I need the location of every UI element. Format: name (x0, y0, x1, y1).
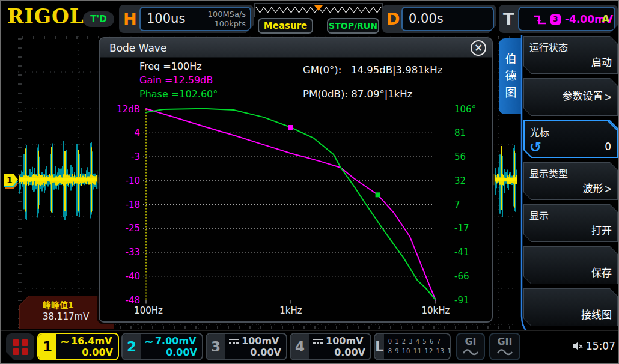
ac-coupling-icon: ~ (60, 337, 70, 345)
svg-text:10kHz: 10kHz (422, 305, 450, 316)
menu-item-run-state[interactable]: 运行状态 启动 (523, 36, 618, 74)
menu-grid-icon (13, 339, 19, 346)
main-menu-button[interactable] (6, 333, 34, 360)
channel-2-values: ~7.00mV 0.00V (141, 334, 202, 359)
generator-2-label: GII (497, 336, 512, 347)
menu-item-label: 显示类型 (529, 166, 568, 180)
delay-inner: 0.00s (401, 7, 494, 31)
channel-3-values: 100mV 0.00V (225, 334, 286, 359)
svg-text:-10: -10 (126, 175, 141, 186)
channel-4-offset: 0.00V (334, 347, 365, 358)
trigger-block[interactable]: T 3 -4.00mV A (499, 5, 618, 33)
menu-item-body: 光标 ↺ 0 (525, 121, 617, 157)
logic-row-1: 0 1 2 3 4 5 6 7 (388, 337, 451, 347)
overview-zigzag (255, 4, 382, 17)
bode-plot: 12dB106°481-356-1032-187-25-17-33-41-40-… (100, 38, 492, 321)
tab-bode-plot[interactable]: 伯德图 (499, 38, 522, 114)
menu-item-cursor[interactable]: 光标 ↺ 0 (523, 120, 618, 158)
svg-text:1: 1 (7, 175, 13, 185)
menu-item-save[interactable]: 保存 (523, 246, 618, 284)
svg-text:-91: -91 (454, 295, 469, 306)
channel-1-number: 1 (38, 334, 56, 359)
svg-text:-3: -3 (131, 151, 140, 162)
sine-wave-icon (496, 347, 513, 356)
channel-1-offset: 0.00V (82, 347, 113, 358)
trigger-source-badge: 3 (550, 14, 561, 25)
svg-text:-40: -40 (126, 271, 141, 282)
logic-row-2: 8 9 10 11 12 13 14 15 (388, 347, 451, 356)
channel-2-offset: 0.00V (166, 347, 197, 358)
menu-item-value: 波形 (582, 180, 603, 195)
clock-time: 15:07 (586, 340, 615, 352)
knob-rotate-icon[interactable]: ↺ (529, 139, 541, 156)
channel-3-indicator[interactable]: 3 100mV 0.00V (206, 333, 287, 360)
channel-2-indicator[interactable]: 2 ~7.00mV 0.00V (121, 333, 203, 360)
measure-button[interactable]: Measure (258, 18, 313, 34)
channel-1-values: ~16.4mV 0.00V (56, 334, 118, 359)
svg-text:-41: -41 (454, 247, 469, 258)
horizontal-system-block[interactable]: H 100us 100MSa/s 100kpts (119, 5, 254, 33)
dc-coupling-icon (228, 338, 239, 345)
menu-item-label: 运行状态 (529, 40, 568, 54)
menu-item-value: 接线图 (581, 306, 612, 321)
memory-depth: 100kpts (208, 19, 246, 29)
delay-block[interactable]: D 0.00s (382, 5, 496, 33)
horizontal-label: H (123, 10, 137, 28)
menu-item-value: 保存 (591, 264, 612, 279)
menu-item-parameter-settings[interactable]: 参数设置> (523, 78, 618, 116)
channel-1-indicator[interactable]: 1 ~16.4mV 0.00V (37, 333, 119, 360)
menu-item-body: 保存 (524, 247, 617, 284)
channel-4-indicator[interactable]: 4 100mV 0.00V (290, 333, 371, 360)
svg-text:100Hz: 100Hz (134, 305, 163, 316)
svg-text:81: 81 (454, 127, 466, 138)
channel-2-scale: 7.00mV (155, 335, 197, 347)
menu-item-body: 显示类型 波形> (524, 163, 617, 199)
menu-item-value: 启动 (591, 54, 612, 69)
svg-text:-17: -17 (454, 223, 469, 234)
menu-grid-icon (22, 339, 28, 346)
channel-3-number: 3 (207, 334, 225, 359)
speaker-muted-icon (572, 341, 583, 351)
trigger-status-badge: T'D (83, 11, 114, 27)
svg-text:56: 56 (454, 151, 466, 162)
timebase-value: 100us (147, 11, 185, 26)
svg-text:-18: -18 (126, 199, 141, 210)
menu-grid-icon (13, 348, 19, 355)
svg-text:32: 32 (454, 175, 466, 186)
stop-run-button[interactable]: STOP/RUN (327, 18, 379, 34)
menu-grid-icon (22, 348, 28, 355)
sine-wave-icon (462, 347, 479, 356)
delay-value: 0.00s (409, 11, 444, 26)
channel-1-scale: 16.4mV (71, 335, 112, 347)
horizontal-inner: 100us 100MSa/s 100kpts (139, 7, 251, 31)
menu-item-body: 接线图 (524, 289, 617, 326)
menu-item-display[interactable]: 显示 打开 (523, 204, 618, 242)
dc-coupling-icon (313, 338, 323, 345)
svg-text:1kHz: 1kHz (279, 305, 302, 316)
menu-item-value: 参数设置 (562, 88, 603, 103)
menu-item-body: 参数设置> (524, 79, 617, 115)
menu-item-label: 光标 (530, 124, 549, 139)
menu-item-value: 打开 (591, 222, 612, 237)
top-status-bar: RIGOL T'D H 100us 100MSa/s 100kpts Measu… (1, 1, 619, 35)
ac-coupling-icon: ~ (144, 337, 154, 345)
bode-wave-dialog: Bode Wave × Freq =100Hz Gain =12.59dB Ph… (99, 37, 493, 323)
logic-channels-indicator[interactable]: L 0 1 2 3 4 5 6 7 8 9 10 11 12 13 14 15 (374, 333, 451, 360)
svg-text:-25: -25 (126, 223, 141, 234)
generator-1-button[interactable]: GI (456, 333, 485, 360)
menu-item-display-type[interactable]: 显示类型 波形> (523, 162, 618, 200)
acquisition-info: 100MSa/s 100kpts (208, 10, 246, 29)
menu-item-body: 运行状态 启动 (524, 37, 617, 73)
trigger-inner: 3 -4.00mV A (518, 7, 615, 31)
rigol-logo: RIGOL (7, 5, 84, 28)
oscilloscope-screen: 1 峰峰值1 38.117mV Bode Wave × Freq =100Hz … (0, 0, 619, 364)
channel-4-values: 100mV 0.00V (309, 334, 370, 359)
bode-menu: 运行状态 启动 参数设置> 光标 ↺ 0 显示类型 波形> 显 (523, 36, 618, 326)
channel-4-scale: 100mV (326, 335, 363, 347)
bottom-channel-bar: 1 ~16.4mV 0.00V 2 ~7.00mV 0.00V 3 100mV … (1, 330, 619, 364)
waveform-overview-strip[interactable] (254, 3, 383, 17)
generator-2-button[interactable]: GII (489, 333, 520, 360)
svg-text:-33: -33 (126, 247, 141, 258)
menu-item-body: 显示 打开 (524, 205, 617, 241)
menu-item-wiring-diagram[interactable]: 接线图 (523, 288, 618, 326)
